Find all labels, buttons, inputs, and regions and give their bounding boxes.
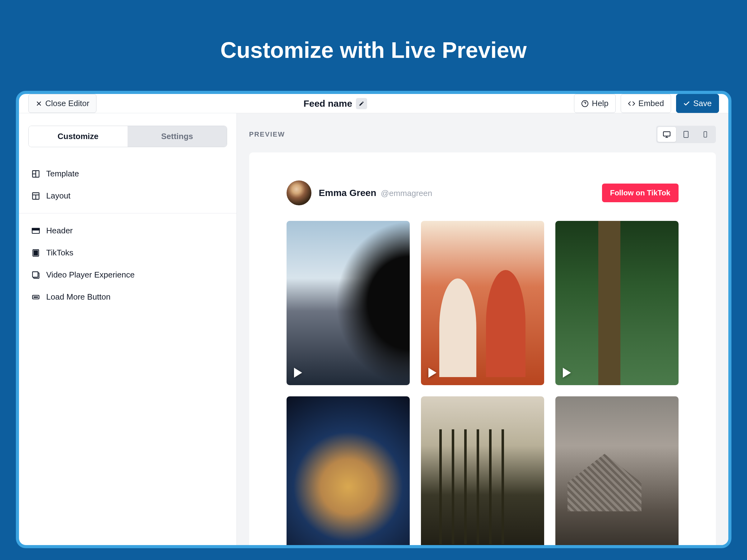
tiktoks-icon [31, 249, 40, 257]
svg-rect-12 [32, 272, 38, 277]
sidebar-item-label: Video Player Experience [46, 270, 135, 280]
follow-button[interactable]: Follow on TikTok [602, 183, 678, 202]
sidebar-item-label: Layout [46, 191, 71, 201]
close-editor-label: Close Editor [46, 99, 89, 108]
header-icon [31, 227, 40, 235]
hero-title: Customize with Live Preview [220, 37, 526, 63]
svg-rect-10 [34, 251, 37, 255]
app-window: Close Editor Feed name Help [16, 91, 731, 548]
video-tile[interactable] [287, 396, 410, 548]
svg-rect-20 [684, 131, 688, 137]
desktop-icon [663, 130, 671, 138]
sidebar-item-layout[interactable]: Layout [28, 185, 227, 207]
help-label: Help [592, 99, 608, 108]
device-mobile-button[interactable] [696, 127, 715, 142]
svg-rect-22 [704, 132, 706, 137]
sidebar-item-header[interactable]: Header [28, 220, 227, 242]
tablet-icon [682, 131, 690, 138]
play-icon [429, 368, 437, 378]
video-tile[interactable] [555, 221, 678, 385]
embed-button[interactable]: Embed [621, 94, 671, 113]
save-label: Save [693, 99, 712, 108]
svg-rect-8 [32, 228, 39, 230]
svg-point-16 [37, 297, 37, 298]
play-icon [294, 368, 302, 378]
layout-icon [31, 192, 40, 200]
divider [19, 213, 236, 213]
close-editor-button[interactable]: Close Editor [28, 94, 97, 113]
tab-customize[interactable]: Customize [29, 126, 128, 147]
video-tile[interactable] [421, 221, 544, 385]
help-button[interactable]: Help [574, 94, 615, 113]
template-icon [31, 170, 40, 178]
pencil-icon [359, 101, 364, 106]
sidebar-item-template[interactable]: Template [28, 163, 227, 185]
edit-feed-name-button[interactable] [356, 98, 367, 109]
sidebar-tabs: Customize Settings [28, 126, 227, 147]
video-player-icon [31, 271, 40, 279]
sidebar-item-label: TikToks [46, 248, 73, 258]
device-desktop-button[interactable] [658, 127, 676, 142]
device-toggle [656, 126, 716, 143]
sidebar-item-label: Header [46, 226, 73, 235]
video-tile[interactable] [421, 396, 544, 548]
help-icon [581, 100, 589, 107]
sidebar: Customize Settings Template Layo [19, 113, 237, 548]
load-more-icon [31, 293, 40, 302]
avatar [287, 180, 311, 205]
video-grid [287, 221, 678, 548]
feed-name: Feed name [303, 98, 352, 109]
preview-label: PREVIEW [249, 130, 285, 138]
code-icon [628, 100, 635, 107]
embed-label: Embed [638, 99, 664, 108]
mobile-icon [702, 131, 709, 138]
topbar: Close Editor Feed name Help [19, 94, 728, 113]
sidebar-item-video-player[interactable]: Video Player Experience [28, 264, 227, 286]
profile-name: Emma Green [319, 187, 377, 198]
svg-point-14 [33, 297, 34, 298]
preview-canvas: Emma Green @emmagreen Follow on TikTok [249, 152, 716, 548]
device-tablet-button[interactable] [677, 127, 695, 142]
save-button[interactable]: Save [676, 94, 719, 113]
tab-settings[interactable]: Settings [128, 126, 227, 147]
video-tile[interactable] [555, 396, 678, 548]
svg-point-15 [35, 297, 36, 298]
play-icon [563, 368, 571, 378]
svg-rect-17 [663, 132, 670, 136]
video-tile[interactable] [287, 221, 410, 385]
sidebar-item-label: Template [46, 169, 79, 179]
sidebar-item-label: Load More Button [46, 292, 111, 302]
profile-handle: @emmagreen [381, 188, 432, 198]
close-icon [35, 100, 42, 107]
content-area: PREVIEW [237, 113, 728, 548]
sidebar-item-load-more[interactable]: Load More Button [28, 286, 227, 308]
sidebar-item-tiktoks[interactable]: TikToks [28, 242, 227, 264]
check-icon [683, 100, 690, 107]
